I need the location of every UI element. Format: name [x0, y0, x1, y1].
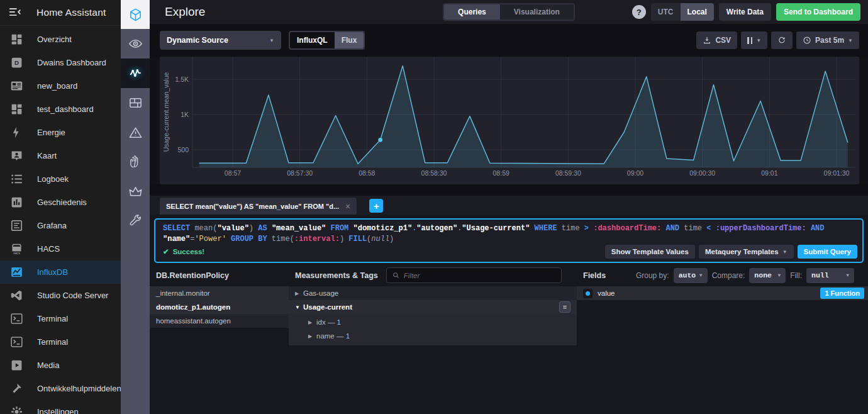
terminal-icon [9, 311, 24, 327]
admin-hand-icon[interactable] [121, 147, 150, 177]
sidebar-item-terminal[interactable]: Terminal [0, 330, 121, 354]
chronograf-logo-icon[interactable] [121, 0, 150, 29]
header-actions: ? UTC Local Write Data Send to Dashboard [632, 3, 860, 21]
tab-queries[interactable]: Queries [444, 4, 500, 20]
equals-filter-button[interactable]: = [559, 301, 570, 313]
sidebar-item-hacs[interactable]: HACSHACS [0, 237, 121, 260]
sidebar-item-label: Grafana [37, 221, 67, 230]
sidebar-item-label: Studio Code Server [37, 291, 108, 300]
chevron-down-icon: ▼ [846, 272, 849, 278]
db-item-internal-monitor[interactable]: _internal.monitor [150, 286, 289, 300]
wrench-icon[interactable] [121, 206, 150, 236]
ha-nav: OverzichtDDwains Dashboardnew_boardtest_… [0, 26, 121, 414]
sidebar-item-grafana[interactable]: Grafana [0, 214, 121, 237]
dashboard-grid-icon[interactable] [121, 88, 150, 118]
write-data-button[interactable]: Write Data [719, 3, 771, 21]
db-item-domoticz-p1-autogen[interactable]: domoticz_p1.autogen [150, 300, 289, 314]
sidebar-item-influxdb[interactable]: InfluxDB [0, 260, 121, 284]
db-item-homeassistant-autogen[interactable]: homeassistant.autogen [150, 314, 289, 328]
pulse-graph-icon[interactable] [121, 59, 150, 88]
svg-text:08:58:30: 08:58:30 [421, 169, 447, 177]
measurement-item-usage-current[interactable]: ▼Usage-current= [289, 300, 577, 314]
crown-icon[interactable] [121, 177, 150, 206]
sidebar-item-instellingen[interactable]: Instellingen [0, 400, 121, 414]
svg-text:09:00: 09:00 [627, 169, 643, 177]
pause-dropdown-button[interactable]: ▼ [741, 31, 767, 49]
query-editor-buttons: Show Template Values Metaquery Templates… [605, 245, 857, 259]
svg-text:09:00:30: 09:00:30 [689, 169, 715, 177]
download-csv-button[interactable]: CSV [696, 31, 737, 49]
time-range-dropdown[interactable]: Past 5m ▼ [796, 31, 859, 49]
tag-item-idx[interactable]: ▶idx — 1 [289, 315, 577, 329]
time-range-label: Past 5m [815, 36, 844, 45]
source-dropdown[interactable]: Dynamic Source ▼ [160, 31, 281, 50]
flux-button[interactable]: Flux [335, 32, 364, 48]
sidebar-item-ontwikkelhulpmiddelen[interactable]: Ontwikkelhulpmiddelen [0, 377, 121, 400]
refresh-button[interactable] [771, 31, 793, 49]
hammer-icon [9, 381, 24, 396]
alert-triangle-icon[interactable] [121, 118, 150, 147]
ha-title: Home Assistant [36, 7, 106, 18]
sidebar-item-label: Media [37, 361, 59, 370]
chevron-down-icon: ▼ [848, 38, 853, 43]
db-column-header: DB.RetentionPolicy [150, 264, 289, 286]
sidebar-item-energie[interactable]: Energie [0, 121, 121, 144]
measurement-filter-input[interactable] [404, 272, 556, 279]
sidebar-item-label: HACS [37, 244, 60, 254]
show-template-values-button[interactable]: Show Template Values [605, 245, 695, 259]
field-selected-toggle[interactable] [583, 289, 593, 298]
metaquery-templates-dropdown[interactable]: Metaquery Templates ▼ [699, 245, 794, 259]
y-axis-label: Usage-current.mean_value [162, 72, 170, 152]
measurement-item-gas-usage[interactable]: ▶Gas-usage [289, 286, 577, 300]
sidebar-collapse-icon[interactable] [8, 5, 23, 20]
query-code-input[interactable]: SELECT mean("value") AS "mean_value" FRO… [163, 223, 855, 245]
group-by-dropdown[interactable]: auto ▼ [674, 268, 708, 283]
sidebar-item-studio-code-server[interactable]: Studio Code Server [0, 284, 121, 307]
function-count-badge[interactable]: 1 Function [820, 288, 864, 299]
influxql-button[interactable]: InfluxQL [290, 32, 335, 48]
sidebar-item-terminal[interactable]: Terminal [0, 307, 121, 330]
help-icon[interactable]: ? [632, 5, 646, 19]
query-tab-row: SELECT mean("value") AS "mean_value" FRO… [150, 196, 868, 215]
groupby-controls: Group by: auto ▼ Compare: none ▼ Fill: [636, 268, 862, 283]
tab-visualization[interactable]: Visualization [500, 4, 574, 20]
compare-dropdown[interactable]: none ▼ [749, 268, 786, 283]
sidebar-item-logboek[interactable]: Logboek [0, 167, 121, 191]
svg-text:09:01: 09:01 [761, 169, 777, 177]
download-icon [703, 36, 711, 45]
sidebar-item-geschiedenis[interactable]: Geschiedenis [0, 191, 121, 214]
view-dashboard-icon [9, 102, 24, 117]
submit-query-button[interactable]: Submit Query [798, 245, 857, 259]
close-query-tab-icon[interactable]: × [345, 201, 350, 211]
fields-column: Fields Group by: auto ▼ Compare: none ▼ [577, 264, 868, 408]
chevron-down-icon: ▼ [782, 249, 787, 255]
check-icon: ✔ [163, 247, 169, 256]
fill-label: Fill: [790, 271, 802, 280]
chevron-down-icon: ▼ [756, 38, 761, 43]
fill-dropdown[interactable]: null ▼ [806, 268, 854, 283]
field-item-value[interactable]: value1 Function [577, 286, 868, 300]
vscode-icon [9, 288, 24, 303]
query-tab[interactable]: SELECT mean("value") AS "mean_value" FRO… [160, 198, 357, 215]
sidebar-item-new-board[interactable]: new_board [0, 74, 121, 98]
tz-utc-button[interactable]: UTC [651, 3, 681, 21]
measurements-column-header: Measurements & Tags [289, 264, 577, 286]
send-to-dashboard-button[interactable]: Send to Dashboard [776, 3, 860, 21]
measurement-list: ▶Gas-usage▼Usage-current=▶idx — 1▶name —… [289, 286, 577, 345]
eye-icon[interactable] [121, 29, 150, 59]
sidebar-item-kaart[interactable]: Kaart [0, 144, 121, 167]
add-query-button[interactable]: + [369, 199, 383, 213]
svg-text:08:57: 08:57 [225, 169, 241, 177]
sidebar-item-media[interactable]: Media [0, 354, 121, 377]
fill-value: null [811, 271, 829, 279]
sidebar-item-overzicht[interactable]: Overzicht [0, 28, 121, 51]
tz-local-button[interactable]: Local [681, 3, 714, 21]
graph-panel[interactable]: 5001K1.5K08:5708:57:3008:5808:58:3008:59… [160, 57, 859, 184]
terminal-icon [9, 335, 24, 350]
sidebar-item-dwains-dashboard[interactable]: DDwains Dashboard [0, 51, 121, 74]
queries-section: SELECT mean("value") AS "mean_value" FRO… [150, 184, 868, 414]
svg-text:500: 500 [177, 146, 189, 154]
tag-item-name[interactable]: ▶name — 1 [289, 329, 577, 343]
chevron-down-icon: ▼ [699, 272, 703, 278]
sidebar-item-test-dashboard[interactable]: test_dashboard [0, 98, 121, 121]
